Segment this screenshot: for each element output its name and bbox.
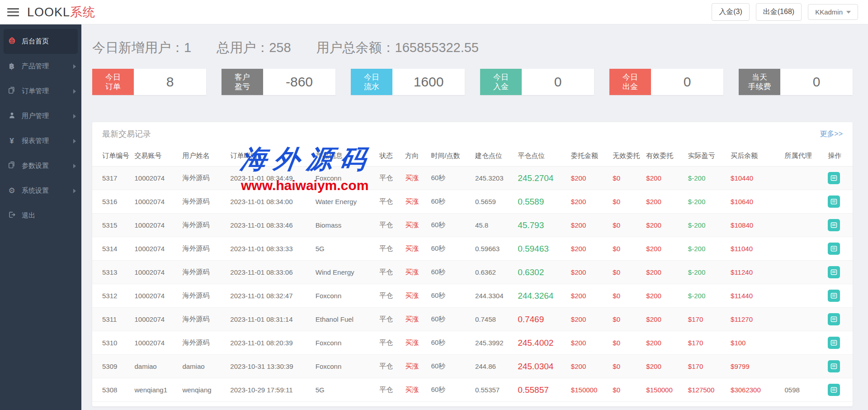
cell-time: 2023-11-01 08:33:46 [227, 214, 312, 237]
cell-time: 2023-11-01 08:32:47 [227, 284, 312, 308]
cell-status: 平仓 [377, 331, 402, 355]
detail-button[interactable] [828, 195, 840, 208]
sidebar-item-orders[interactable]: 订单管理 [0, 79, 81, 104]
cell-id: 5315 [92, 214, 132, 237]
detail-button[interactable] [828, 243, 840, 255]
card-value: 8 [134, 69, 206, 95]
column-header: 时间/点数 [428, 146, 472, 167]
cell-balance: $100 [728, 331, 782, 355]
menu-toggle-icon[interactable] [7, 8, 19, 16]
cell-time: 2023-10-31 13:30:39 [227, 355, 312, 378]
cell-account: 10002074 [132, 308, 179, 331]
withdraw-button[interactable]: 出金(168) [756, 3, 802, 21]
cell-open: 245.3992 [472, 331, 515, 355]
cell-actions [825, 237, 853, 261]
cell-profit: $-200 [685, 237, 728, 261]
stat-cards: 今日订单 8 客户盈亏 -860 今日流水 1600 今日入金 0 今日出金 0… [92, 69, 853, 95]
cell-valid: $200 [643, 284, 685, 308]
sidebar-item-dashboard[interactable]: 后台首页 [4, 29, 78, 54]
cell-time: 2023-11-01 08:34:49 [227, 167, 312, 190]
cell-invalid: $0 [610, 308, 643, 331]
cell-agent [782, 190, 825, 214]
detail-button[interactable] [828, 266, 840, 278]
chevron-right-icon [73, 164, 76, 168]
cell-direction: 买涨 [402, 308, 428, 331]
sidebar-item-users[interactable]: 用户管理 [0, 104, 81, 129]
cell-amount: $200 [568, 261, 610, 284]
sidebar-item-label: 订单管理 [22, 87, 49, 95]
cell-valid: $200 [643, 331, 685, 355]
cell-id: 5313 [92, 261, 132, 284]
cell-id: 5312 [92, 284, 132, 308]
sidebar-item-logout[interactable]: 退出 [0, 203, 81, 228]
cell-open: 0.7458 [472, 308, 515, 331]
cell-amount: $200 [568, 190, 610, 214]
card-value: 1600 [392, 69, 465, 95]
cell-direction: 买涨 [402, 284, 428, 308]
chevron-right-icon [73, 89, 76, 94]
cell-invalid: $0 [610, 378, 643, 402]
cell-status: 平仓 [377, 237, 402, 261]
cell-direction: 买涨 [402, 378, 428, 402]
sidebar: 后台首页 ฿ 产品管理 订单管理 用户管理 ¥ 报表管理 参数设置 ⚙ 系统设置 [0, 24, 81, 410]
cell-agent [782, 355, 825, 378]
cell-open: 45.8 [472, 214, 515, 237]
cell-close: 245.2704 [515, 167, 568, 190]
cell-profit: $170 [685, 308, 728, 331]
table-row: 5309damiaodamiao2023-10-31 13:30:39Foxco… [92, 355, 853, 378]
yen-icon: ¥ [6, 137, 17, 146]
sidebar-item-products[interactable]: ฿ 产品管理 [0, 54, 81, 79]
detail-button[interactable] [828, 384, 840, 396]
cell-amount: $200 [568, 355, 610, 378]
gears-icon: ⚙ [6, 186, 17, 195]
cell-actions [825, 378, 853, 402]
table-row: 531510002074海外源码2023-11-01 08:33:46Bioma… [92, 214, 853, 237]
cell-product: 5G [313, 378, 377, 402]
cell-status: 平仓 [377, 378, 402, 402]
detail-button[interactable] [828, 360, 840, 372]
sidebar-item-settings[interactable]: ⚙ 系统设置 [0, 178, 81, 203]
deposit-button[interactable]: 入金(3) [712, 3, 750, 21]
orders-icon [6, 86, 17, 96]
cell-product: Wind Energy [313, 261, 377, 284]
cell-duration: 60秒 [428, 378, 472, 402]
cell-name: 海外源码 [179, 167, 227, 190]
latest-trades-panel: 海外源码 www.haiwaiym.com 最新交易记录 更多>> 订单编号交易… [92, 122, 853, 406]
card-value: 0 [522, 69, 594, 95]
cell-direction: 买涨 [402, 167, 428, 190]
cell-direction: 买涨 [402, 261, 428, 284]
sidebar-item-parameters[interactable]: 参数设置 [0, 153, 81, 178]
cell-balance: $9799 [728, 355, 782, 378]
cell-product: Ethanol Fuel [313, 308, 377, 331]
detail-button[interactable] [828, 337, 840, 349]
sidebar-item-reports[interactable]: ¥ 报表管理 [0, 129, 81, 153]
card-today-orders: 今日订单 8 [92, 69, 206, 95]
stat-new-users: 今日新增用户：1 [92, 39, 191, 57]
cell-profit: $-200 [685, 284, 728, 308]
chevron-right-icon [73, 114, 76, 119]
card-client-pnl: 客户盈亏 -860 [222, 69, 335, 95]
chevron-right-icon [73, 189, 76, 193]
column-header: 订单编号 [92, 146, 132, 167]
cell-id: 5308 [92, 378, 132, 402]
detail-button[interactable] [828, 172, 840, 184]
cell-duration: 60秒 [428, 167, 472, 190]
cell-amount: $200 [568, 214, 610, 237]
cell-balance: $11270 [728, 308, 782, 331]
more-link[interactable]: 更多>> [820, 129, 843, 139]
cell-profit: $-200 [685, 214, 728, 237]
cell-invalid: $0 [610, 355, 643, 378]
main-content: 今日新增用户：1 总用户：258 用户总余额：165855322.55 今日订单… [81, 24, 868, 410]
cell-open: 0.5659 [472, 190, 515, 214]
detail-button[interactable] [828, 290, 840, 302]
cell-duration: 60秒 [428, 284, 472, 308]
detail-button[interactable] [828, 219, 840, 231]
detail-button[interactable] [828, 313, 840, 325]
user-icon [6, 112, 17, 121]
cell-actions [825, 284, 853, 308]
user-menu-button[interactable]: KKadmin [808, 4, 858, 20]
cell-account: 10002074 [132, 214, 179, 237]
column-header: 方向 [402, 146, 428, 167]
logo-accent: 系统 [70, 5, 95, 19]
bitcoin-icon: ฿ [6, 62, 17, 71]
